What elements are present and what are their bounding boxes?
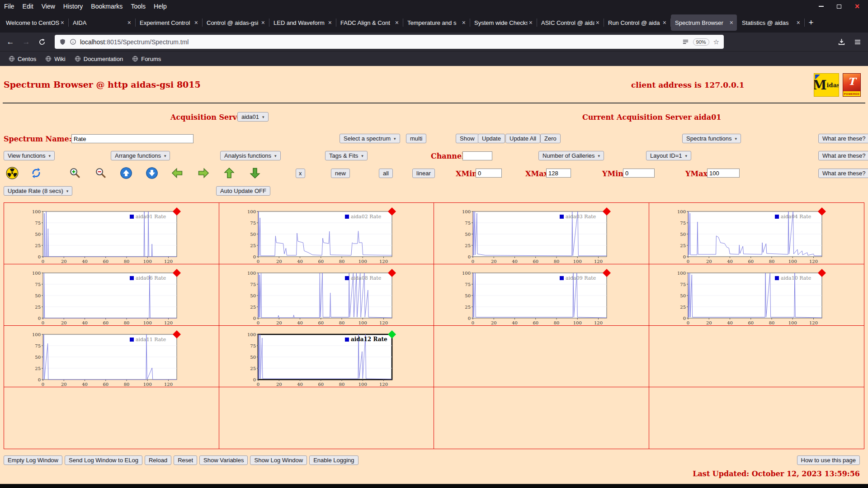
enable-logging-button[interactable]: Enable Logging: [309, 455, 358, 465]
update-rate-select[interactable]: Update Rate (8 secs)▾: [4, 186, 72, 196]
tab-aida[interactable]: AIDA×: [69, 14, 135, 31]
view-functions-select[interactable]: View functions▾: [4, 151, 55, 160]
close-button[interactable]: ×: [854, 3, 861, 10]
xmin-input[interactable]: [476, 169, 502, 178]
tab-fadc-align-cont[interactable]: FADC Align & Cont×: [336, 14, 402, 31]
gallery-cell-aida12[interactable]: 0255075100020406080100120aida12 Rate: [219, 326, 434, 387]
what-are-these-button[interactable]: What are these?: [818, 169, 868, 178]
x-button[interactable]: x: [296, 169, 305, 178]
show-button[interactable]: Show: [456, 134, 479, 143]
minimize-button[interactable]: [817, 3, 825, 10]
tags-fits-select[interactable]: Tags & Fits▾: [325, 151, 368, 160]
tab-close-icon[interactable]: ×: [59, 19, 66, 26]
spectrum-name-input[interactable]: [71, 134, 193, 143]
tcl-powered-logo[interactable]: TPOWERED: [843, 73, 861, 97]
menu-file[interactable]: File: [0, 0, 19, 13]
galleries-count-select[interactable]: Number of Galleries▾: [538, 151, 604, 160]
zoom-out-icon[interactable]: [94, 166, 108, 180]
tab-control-aidas-gsi[interactable]: Control @ aidas-gsi×: [203, 14, 269, 31]
midas-logo[interactable]: Midas: [814, 73, 839, 97]
spectrum-chart-aida01[interactable]: 0255075100020406080100120aida01 Rate: [27, 206, 185, 264]
tab-close-icon[interactable]: ×: [461, 19, 467, 26]
back-button[interactable]: ←: [4, 36, 17, 48]
empty-log-window-button[interactable]: Empty Log Window: [4, 455, 62, 465]
tab-welcome-to-centos[interactable]: Welcome to CentOS×: [2, 14, 68, 31]
arrow-right-icon[interactable]: [196, 166, 211, 180]
tab-close-icon[interactable]: ×: [126, 19, 132, 26]
zoom-indicator[interactable]: 90%: [693, 38, 709, 46]
arrow-left-icon[interactable]: [170, 166, 184, 180]
channel-input[interactable]: [462, 151, 492, 160]
reader-mode-icon[interactable]: [682, 38, 689, 45]
blue-arrow-up-icon[interactable]: [119, 166, 133, 180]
blue-arrow-down-icon[interactable]: [145, 166, 159, 180]
zoom-in-icon[interactable]: [68, 166, 82, 180]
menu-history[interactable]: History: [59, 0, 87, 13]
linear-button[interactable]: linear: [412, 169, 435, 178]
tab-close-icon[interactable]: ×: [193, 19, 199, 26]
tab-statistics-aidas[interactable]: Statistics @ aidas×: [738, 14, 804, 31]
spectrum-chart-aida04[interactable]: 0255075100020406080100120aida04 Rate: [672, 206, 830, 264]
gallery-cell-aida10[interactable]: 0255075100020406080100120aida10 Rate: [649, 264, 864, 326]
analysis-functions-select[interactable]: Analysis functions▾: [220, 151, 281, 160]
tab-close-icon[interactable]: ×: [795, 19, 802, 26]
tab-experiment-control[interactable]: Experiment Control×: [136, 14, 202, 31]
tab-close-icon[interactable]: ×: [327, 19, 333, 26]
spectrum-select[interactable]: Select a spectrum▾: [340, 134, 400, 143]
tab-system-wide-checks[interactable]: System wide Checks×: [470, 14, 536, 31]
maximize-button[interactable]: [835, 3, 843, 10]
menu-view[interactable]: View: [38, 0, 59, 13]
bookmark-wiki[interactable]: Wiki: [42, 54, 69, 64]
new-button[interactable]: new: [331, 169, 350, 178]
update-button[interactable]: Update: [478, 134, 505, 143]
spectra-functions-select[interactable]: Spectra functions▾: [682, 134, 741, 143]
tab-spectrum-browser[interactable]: Spectrum Browser×: [671, 14, 737, 31]
menu-bookmarks[interactable]: Bookmarks: [87, 0, 127, 13]
layout-id-select[interactable]: Layout ID=1▾: [646, 151, 691, 160]
send-log-window-to-elog-button[interactable]: Send Log Window to ELog: [65, 455, 142, 465]
gallery-cell-aida03[interactable]: 0255075100020406080100120aida03 Rate: [434, 203, 649, 264]
spectrum-chart-aida08[interactable]: 0255075100020406080100120aida08 Rate: [242, 267, 400, 326]
gallery-cell-aida08[interactable]: 0255075100020406080100120aida08 Rate: [219, 264, 434, 326]
show-variables-button[interactable]: Show Variables: [199, 455, 248, 465]
gallery-cell-aida06[interactable]: 0255075100020406080100120aida06 Rate: [4, 264, 219, 326]
zero-button[interactable]: Zero: [540, 134, 561, 143]
reload-button[interactable]: [35, 36, 49, 48]
how-to-button[interactable]: How to use this page: [797, 455, 860, 465]
what-are-these-button[interactable]: What are these?: [818, 134, 868, 143]
update-all-button[interactable]: Update All: [505, 134, 540, 143]
reload-button[interactable]: Reload: [145, 455, 171, 465]
spectrum-chart-aida10[interactable]: 0255075100020406080100120aida10 Rate: [672, 267, 830, 326]
tab-close-icon[interactable]: ×: [394, 19, 400, 26]
ymax-input[interactable]: [707, 169, 740, 178]
tab-close-icon[interactable]: ×: [528, 19, 534, 26]
show-log-window-button[interactable]: Show Log Window: [250, 455, 307, 465]
tab-close-icon[interactable]: ×: [728, 19, 735, 26]
tab-temperature-and-s[interactable]: Temperature and s×: [403, 14, 469, 31]
tab-asic-control-aida[interactable]: ASIC Control @ aida×: [537, 14, 603, 31]
site-info-icon[interactable]: [70, 38, 76, 45]
multi-button[interactable]: multi: [406, 134, 426, 143]
spectrum-chart-aida02[interactable]: 0255075100020406080100120aida02 Rate: [242, 206, 400, 264]
tab-close-icon[interactable]: ×: [594, 19, 601, 26]
spectrum-chart-aida03[interactable]: 0255075100020406080100120aida03 Rate: [457, 206, 615, 264]
all-button[interactable]: all: [379, 169, 393, 178]
new-tab-button[interactable]: +: [804, 16, 818, 29]
menu-tools[interactable]: Tools: [127, 0, 150, 13]
menu-help[interactable]: Help: [150, 0, 171, 13]
shield-icon[interactable]: [59, 38, 66, 45]
hamburger-menu-icon[interactable]: [851, 36, 864, 48]
bookmark-documentation[interactable]: Documentation: [71, 54, 126, 64]
refresh-icon[interactable]: [29, 166, 43, 180]
tab-led-and-waveform[interactable]: LED and Waveform×: [269, 14, 335, 31]
gallery-cell-aida09[interactable]: 0255075100020406080100120aida09 Rate: [434, 264, 649, 326]
spectrum-chart-aida11[interactable]: 0255075100020406080100120aida11 Rate: [27, 329, 185, 387]
what-are-these-button[interactable]: What are these?: [818, 151, 868, 160]
bookmark-centos[interactable]: Centos: [5, 54, 39, 64]
gallery-cell-aida01[interactable]: 0255075100020406080100120aida01 Rate: [4, 203, 219, 264]
spectrum-chart-aida09[interactable]: 0255075100020406080100120aida09 Rate: [457, 267, 615, 326]
bookmark-star-icon[interactable]: ☆: [713, 38, 719, 46]
arrange-functions-select[interactable]: Arrange functions▾: [111, 151, 170, 160]
menu-edit[interactable]: Edit: [19, 0, 38, 13]
spectrum-chart-aida12[interactable]: 0255075100020406080100120aida12 Rate: [242, 329, 400, 387]
